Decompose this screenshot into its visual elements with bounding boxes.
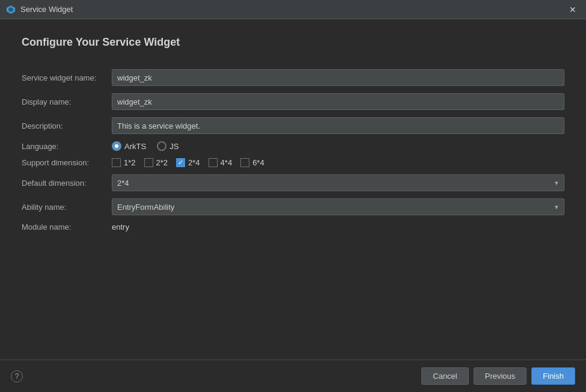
- footer-left: ?: [11, 370, 23, 382]
- dimension-2x4-checkbox[interactable]: [176, 158, 185, 167]
- title-bar-left: Service Widget: [6, 5, 73, 14]
- default-dimension-select[interactable]: 1*2 2*2 2*4 4*4 6*4: [112, 174, 564, 191]
- language-arkts-radio[interactable]: [112, 141, 121, 151]
- default-dimension-row: Default dimension: 1*2 2*2 2*4 4*4 6*4 ▼: [22, 171, 564, 195]
- ability-name-dropdown[interactable]: EntryFormAbility ▼: [112, 198, 564, 215]
- close-button[interactable]: ✕: [566, 2, 580, 17]
- default-dimension-field: 1*2 2*2 2*4 4*4 6*4 ▼: [112, 171, 564, 195]
- service-widget-name-field: [112, 66, 564, 90]
- module-name-label: Module name:: [22, 219, 112, 235]
- dimension-2x2-label: 2*2: [156, 158, 168, 167]
- dialog-content: Configure Your Service Widget Service wi…: [0, 19, 586, 360]
- dialog-heading: Configure Your Service Widget: [22, 36, 564, 49]
- support-dimension-row: Support dimension: 1*2 2*2 2*4: [22, 155, 564, 171]
- footer-right: Cancel Previous Finish: [421, 367, 575, 385]
- dimension-2x4-option[interactable]: 2*4: [176, 158, 200, 167]
- app-icon: [6, 5, 16, 14]
- dimension-2x2-option[interactable]: 2*2: [144, 158, 168, 167]
- previous-button[interactable]: Previous: [474, 367, 527, 385]
- description-row: Description:: [22, 114, 564, 138]
- dimension-1x2-checkbox[interactable]: [112, 158, 121, 167]
- dimension-2x4-label: 2*4: [188, 158, 200, 167]
- language-label: Language:: [22, 138, 112, 155]
- language-row: Language: ArkTS JS: [22, 138, 564, 155]
- dimension-1x2-label: 1*2: [124, 158, 136, 167]
- description-input[interactable]: [112, 117, 564, 134]
- dialog-footer: ? Cancel Previous Finish: [0, 360, 586, 392]
- language-js-option[interactable]: JS: [157, 141, 179, 151]
- dimension-4x4-checkbox[interactable]: [209, 158, 218, 167]
- support-dimension-field: 1*2 2*2 2*4 4*4: [112, 155, 564, 171]
- dimension-2x2-checkbox[interactable]: [144, 158, 153, 167]
- title-bar-title: Service Widget: [20, 5, 73, 14]
- ability-name-field: EntryFormAbility ▼: [112, 195, 564, 219]
- service-widget-name-input[interactable]: [112, 69, 564, 86]
- dimension-4x4-label: 4*4: [221, 158, 233, 167]
- ability-name-row: Ability name: EntryFormAbility ▼: [22, 195, 564, 219]
- display-name-label: Display name:: [22, 90, 112, 114]
- dimension-6x4-option[interactable]: 6*4: [240, 158, 264, 167]
- language-field: ArkTS JS: [112, 138, 564, 155]
- default-dimension-dropdown[interactable]: 1*2 2*2 2*4 4*4 6*4 ▼: [112, 174, 564, 191]
- ability-name-select[interactable]: EntryFormAbility: [112, 198, 564, 215]
- finish-button[interactable]: Finish: [531, 367, 575, 385]
- language-arkts-label: ArkTS: [124, 142, 146, 151]
- support-dimension-checkbox-group: 1*2 2*2 2*4 4*4: [112, 158, 564, 167]
- service-widget-name-row: Service widget name:: [22, 66, 564, 90]
- module-name-field: entry: [112, 219, 564, 235]
- cancel-button[interactable]: Cancel: [421, 367, 468, 385]
- module-name-row: Module name: entry: [22, 219, 564, 235]
- dimension-6x4-checkbox[interactable]: [240, 158, 249, 167]
- default-dimension-label: Default dimension:: [22, 171, 112, 195]
- language-js-label: JS: [169, 142, 179, 151]
- service-widget-name-label: Service widget name:: [22, 66, 112, 90]
- dimension-6x4-label: 6*4: [252, 158, 264, 167]
- language-arkts-option[interactable]: ArkTS: [112, 141, 146, 151]
- language-js-radio[interactable]: [157, 141, 166, 151]
- display-name-input[interactable]: [112, 93, 564, 110]
- ability-name-label: Ability name:: [22, 195, 112, 219]
- title-bar: Service Widget ✕: [0, 0, 586, 19]
- dimension-1x2-option[interactable]: 1*2: [112, 158, 136, 167]
- description-label: Description:: [22, 114, 112, 138]
- dimension-4x4-option[interactable]: 4*4: [209, 158, 233, 167]
- support-dimension-label: Support dimension:: [22, 155, 112, 171]
- display-name-row: Display name:: [22, 90, 564, 114]
- description-field: [112, 114, 564, 138]
- display-name-field: [112, 90, 564, 114]
- module-name-value: entry: [112, 222, 129, 231]
- form: Service widget name: Display name: Descr…: [22, 66, 564, 235]
- help-button[interactable]: ?: [11, 370, 23, 382]
- language-radio-group: ArkTS JS: [112, 141, 564, 151]
